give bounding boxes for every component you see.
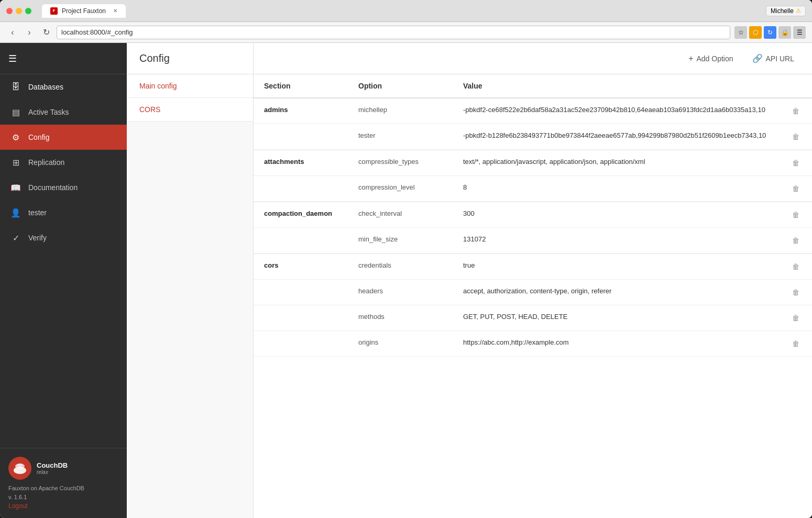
table-row: methodsGET, PUT, POST, HEAD, DELETE🗑 [254, 305, 812, 331]
sidebar-item-config[interactable]: ⚙ Config [0, 125, 127, 150]
option-cell: check_interval [348, 202, 453, 228]
verify-icon: ✓ [10, 233, 21, 243]
value-cell: true [453, 254, 780, 280]
sidebar-item-label: Documentation [28, 183, 78, 192]
section-cell [254, 280, 348, 305]
action-cell: 🗑 [780, 305, 812, 331]
delete-row-button[interactable]: 🗑 [790, 287, 802, 297]
value-cell: GET, PUT, POST, HEAD, DELETE [453, 305, 780, 331]
logo-relax: relax [37, 469, 68, 475]
config-icon: ⚙ [10, 132, 21, 142]
delete-row-button[interactable]: 🗑 [790, 210, 802, 220]
delete-row-button[interactable]: 🗑 [790, 338, 802, 349]
add-option-button[interactable]: + Add Option [683, 51, 738, 67]
sidebar-footer: CouchDB relax Fauxton on Apache CouchDB … [0, 448, 127, 518]
sidebar-item-replication[interactable]: ⊞ Replication [0, 150, 127, 175]
maximize-button[interactable] [25, 8, 31, 14]
delete-row-button[interactable]: 🗑 [790, 106, 802, 116]
logo-text-block: CouchDB relax [37, 461, 68, 476]
couchdb-logo-icon [8, 457, 31, 480]
sidebar-item-label: Databases [28, 83, 63, 91]
option-cell: headers [348, 280, 453, 305]
section-cell [254, 176, 348, 202]
main-toolbar: + Add Option 🔗 API URL [254, 43, 812, 74]
sidebar-nav: 🗄 Databases ▤ Active Tasks ⚙ Config ⊞ Re… [0, 74, 127, 448]
sidebar-item-tester[interactable]: 👤 tester [0, 200, 127, 225]
extension-icon-1[interactable]: ⬡ [749, 26, 762, 39]
sidebar-item-verify[interactable]: ✓ Verify [0, 225, 127, 250]
sidebar-item-label: Active Tasks [28, 108, 69, 116]
option-cell: tester [348, 124, 453, 150]
browser-toolbar: ‹ › ↻ ☆ ⬡ ↻ 🔒 ☰ [0, 22, 812, 43]
section-header: Section [254, 74, 348, 98]
value-cell: -pbkdf2-ce68f522e2b6daf58a2a31ac52ee2370… [453, 98, 780, 124]
replication-icon: ⊞ [10, 157, 21, 168]
browser-titlebar: F Project Fauxton ✕ Michelle ⚠ [0, 0, 812, 22]
add-option-label: Add Option [696, 54, 733, 63]
section-cell: admins [254, 98, 348, 124]
section-cell [254, 331, 348, 357]
minimize-button[interactable] [16, 8, 22, 14]
value-cell: https://abc.com,http://example.com [453, 331, 780, 357]
delete-row-button[interactable]: 🗑 [790, 183, 802, 194]
value-header: Value [453, 74, 780, 98]
sidebar-item-active-tasks[interactable]: ▤ Active Tasks [0, 100, 127, 125]
sidebar-item-label: tester [28, 208, 47, 217]
address-bar[interactable] [57, 26, 730, 39]
close-button[interactable] [6, 8, 13, 14]
databases-icon: 🗄 [10, 82, 21, 92]
table-header: Section Option Value [254, 74, 812, 98]
menu-icon[interactable]: ☰ [793, 26, 806, 39]
browser-toolbar-icons: ☆ ⬡ ↻ 🔒 ☰ [734, 26, 806, 39]
action-cell: 🗑 [780, 176, 812, 202]
logo-name: CouchDB [37, 461, 68, 470]
subnav-item-cors[interactable]: CORS [127, 98, 253, 122]
delete-row-button[interactable]: 🗑 [790, 158, 802, 168]
value-cell: 131072 [453, 228, 780, 254]
delete-row-button[interactable]: 🗑 [790, 313, 802, 323]
sidebar-item-databases[interactable]: 🗄 Databases [0, 74, 127, 100]
forward-button[interactable]: › [23, 26, 36, 39]
logout-link[interactable]: Logout [8, 502, 28, 510]
hamburger-icon[interactable]: ☰ [8, 53, 17, 64]
app-container: ☰ 🗄 Databases ▤ Active Tasks ⚙ Config ⊞ … [0, 43, 812, 518]
tab-favicon: F [50, 7, 58, 15]
action-header [780, 74, 812, 98]
tab-close-icon[interactable]: ✕ [113, 8, 117, 14]
traffic-lights [6, 8, 31, 14]
main-content: + Add Option 🔗 API URL Section Option Va… [254, 43, 812, 518]
section-cell: attachments [254, 150, 348, 176]
delete-row-button[interactable]: 🗑 [790, 235, 802, 246]
warning-icon: ⚠ [796, 7, 801, 14]
delete-row-button[interactable]: 🗑 [790, 261, 802, 272]
subnav-item-main-config[interactable]: Main config [127, 74, 253, 98]
action-cell: 🗑 [780, 98, 812, 124]
section-cell [254, 124, 348, 150]
tab-bar: F Project Fauxton ✕ [42, 4, 762, 18]
back-button[interactable]: ‹ [6, 26, 19, 39]
section-cell [254, 228, 348, 254]
action-cell: 🗑 [780, 150, 812, 176]
value-cell: 300 [453, 202, 780, 228]
action-cell: 🗑 [780, 254, 812, 280]
table-row: originshttps://abc.com,http://example.co… [254, 331, 812, 357]
api-url-button[interactable]: 🔗 API URL [747, 50, 799, 67]
refresh-button[interactable]: ↻ [40, 26, 52, 39]
action-cell: 🗑 [780, 228, 812, 254]
browser-window: F Project Fauxton ✕ Michelle ⚠ ‹ › ↻ ☆ ⬡… [0, 0, 812, 518]
extension-icon-2[interactable]: ↻ [764, 26, 776, 39]
option-cell: origins [348, 331, 453, 357]
bookmark-icon[interactable]: ☆ [734, 26, 747, 39]
subnav-title: Config [139, 52, 170, 64]
option-cell: credentials [348, 254, 453, 280]
sidebar-item-documentation[interactable]: 📖 Documentation [0, 175, 127, 200]
extension-icon-3[interactable]: 🔒 [778, 26, 791, 39]
footer-fauxton-label: Fauxton on Apache CouchDB [8, 484, 118, 493]
table-row: attachmentscompressible_typestext/*, app… [254, 150, 812, 176]
value-cell: -pbkdf2-b128fe6b238493771b0be973844f2aee… [453, 124, 780, 150]
delete-row-button[interactable]: 🗑 [790, 131, 802, 142]
config-table-wrapper: Section Option Value adminsmichellep-pbk… [254, 74, 812, 518]
value-cell: 8 [453, 176, 780, 202]
browser-tab[interactable]: F Project Fauxton ✕ [42, 4, 126, 18]
section-cell: compaction_daemon [254, 202, 348, 228]
